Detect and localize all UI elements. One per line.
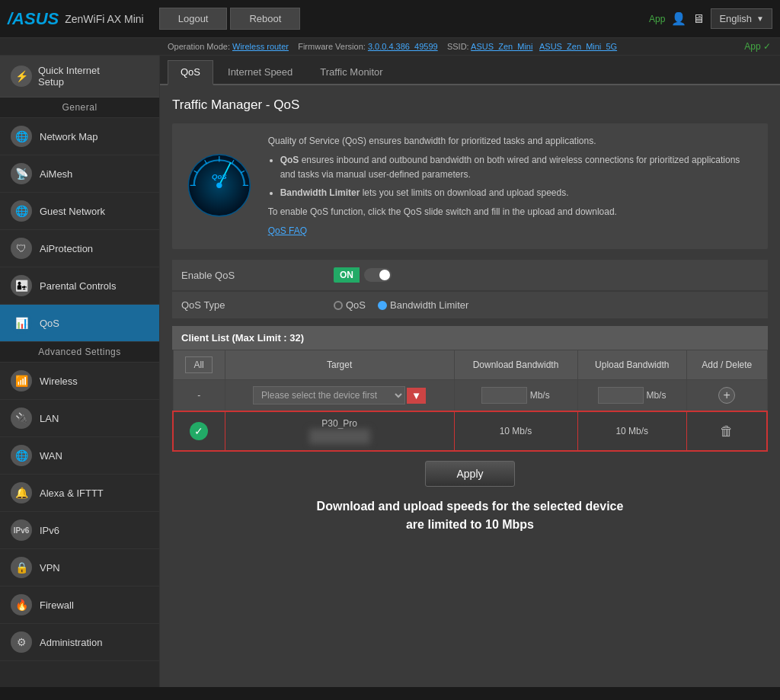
svg-text:QoS: QoS	[212, 172, 227, 181]
sidebar-item-lan[interactable]: 🔌 LAN	[0, 400, 159, 437]
layout: ⚡ Quick InternetSetup General 🌐 Network …	[0, 56, 780, 687]
app-status-icon: App ✓	[744, 41, 771, 52]
data-row-download: 10 Mb/s	[454, 411, 577, 451]
wan-icon: 🌐	[11, 445, 32, 466]
sidebar-label-qos: QoS	[40, 318, 59, 329]
input-row-check: -	[173, 380, 225, 412]
advanced-section-label: Advanced Settings	[0, 342, 159, 363]
lan-icon: 🔌	[11, 408, 32, 429]
upload-mbps-label: Mb/s	[646, 390, 666, 401]
toggle-on-label: ON	[334, 267, 360, 283]
sidebar-item-vpn[interactable]: 🔒 VPN	[0, 549, 159, 587]
sidebar-item-network-map[interactable]: 🌐 Network Map	[0, 118, 159, 155]
bottom-info-text: Download and upload speeds for the selec…	[172, 497, 768, 534]
data-row-delete: 🗑	[687, 411, 768, 451]
sidebar-item-parental-controls[interactable]: 👨‍👧 Parental Controls	[0, 267, 159, 305]
ssid2-link[interactable]: ASUS_Zen_Mini_5G	[539, 42, 617, 51]
radio-qos[interactable]: QoS	[334, 299, 366, 311]
sidebar-item-aimesh[interactable]: 📡 AiMesh	[0, 155, 159, 193]
firmware-link[interactable]: 3.0.0.4.386_49599	[368, 42, 438, 51]
info-icons: App ✓	[744, 41, 771, 52]
user-icon[interactable]: 👤	[671, 11, 686, 26]
ssid-prefix: SSID:	[447, 42, 469, 51]
device-select[interactable]: Please select the device first	[253, 386, 405, 404]
sidebar-item-alexa-ifttt[interactable]: 🔔 Alexa & IFTTT	[0, 475, 159, 512]
logout-button[interactable]: Logout	[159, 8, 228, 30]
col-all: All	[173, 350, 225, 380]
delete-button[interactable]: 🗑	[720, 424, 734, 439]
language-label: English	[719, 13, 752, 24]
download-bandwidth-input[interactable]	[481, 387, 527, 404]
firmware-prefix: Firmware Version:	[298, 42, 366, 51]
client-table: All Target Download Bandwidth Upload Ban…	[172, 350, 768, 452]
guest-network-icon: 🌐	[11, 200, 32, 222]
quick-internet-setup-item[interactable]: ⚡ Quick InternetSetup	[0, 56, 159, 97]
data-row-target: P30_Pro	[225, 411, 454, 451]
table-input-row: - Please select the device first ▼	[173, 380, 767, 412]
parental-controls-icon: 👨‍👧	[11, 275, 32, 296]
input-row-download: Mb/s	[454, 380, 577, 412]
input-row-upload: Mb/s	[577, 380, 686, 412]
sidebar-label-wan: WAN	[40, 450, 62, 462]
sidebar-item-qos[interactable]: 📊 QoS	[0, 305, 159, 342]
sidebar-item-ipv6[interactable]: IPv6 IPv6	[0, 512, 159, 549]
sidebar-item-wan[interactable]: 🌐 WAN	[0, 437, 159, 475]
col-add-delete: Add / Delete	[687, 350, 768, 380]
qos-enable-text: To enable QoS function, click the QoS sl…	[268, 205, 757, 219]
qos-bullet2: Bandwidth Limiter lets you set limits on…	[280, 186, 757, 200]
sidebar-label-network-map: Network Map	[40, 131, 98, 142]
page-title: Traffic Manager - QoS	[172, 97, 768, 113]
all-button[interactable]: All	[185, 356, 212, 373]
col-upload-bandwidth: Upload Bandwidth	[577, 350, 686, 380]
qos-bullet1: QoS ensures inbound and outbound bandwid…	[280, 153, 757, 182]
operation-mode-prefix: Operation Mode:	[168, 42, 230, 51]
sidebar-item-guest-network[interactable]: 🌐 Guest Network	[0, 193, 159, 230]
firewall-icon: 🔥	[11, 594, 32, 615]
reboot-button[interactable]: Reboot	[230, 8, 300, 30]
sidebar-label-wireless: Wireless	[40, 376, 78, 387]
header-right: App 👤 🖥 English ▼	[649, 8, 772, 29]
tab-qos[interactable]: QoS	[168, 60, 213, 85]
select-arrow-button[interactable]: ▼	[407, 388, 426, 404]
sidebar-label-lan: LAN	[40, 413, 59, 424]
chevron-down-icon: ▼	[756, 14, 764, 23]
qos-toggle[interactable]: ON	[334, 267, 392, 283]
sidebar-item-firewall[interactable]: 🔥 Firewall	[0, 587, 159, 624]
qos-faq-link[interactable]: QoS FAQ	[268, 224, 757, 238]
tab-traffic-monitor[interactable]: Traffic Monitor	[307, 60, 395, 84]
radio-qos-label: QoS	[346, 299, 366, 311]
ssid1-link[interactable]: ASUS_Zen_Mini	[471, 42, 532, 51]
col-download-bandwidth: Download Bandwidth	[454, 350, 577, 380]
header: /ASUS ZenWiFi AX Mini Logout Reboot App …	[0, 0, 780, 38]
tab-internet-speed[interactable]: Internet Speed	[215, 60, 305, 84]
upload-bandwidth-input[interactable]	[598, 387, 644, 404]
sidebar-item-aiprotection[interactable]: 🛡 AiProtection	[0, 230, 159, 267]
enable-qos-control: ON	[334, 267, 392, 283]
logo: /ASUS ZenWiFi AX Mini	[8, 9, 144, 29]
radio-bw-dot	[378, 301, 387, 310]
header-nav: Logout Reboot	[159, 8, 649, 30]
col-target: Target	[225, 350, 454, 380]
radio-bandwidth-limiter[interactable]: Bandwidth Limiter	[378, 299, 468, 311]
tabs-bar: QoS Internet Speed Traffic Monitor	[160, 56, 780, 85]
main-content: QoS Internet Speed Traffic Monitor Traff…	[160, 56, 780, 687]
alexa-icon: 🔔	[11, 482, 32, 503]
sidebar-item-administration[interactable]: ⚙ Administration	[0, 624, 159, 661]
aiprotection-icon: 🛡	[11, 238, 32, 259]
device-name: P30_Pro	[233, 418, 446, 429]
apply-button[interactable]: Apply	[425, 461, 514, 487]
download-mbps-label: Mb/s	[530, 390, 550, 401]
sidebar-item-wireless[interactable]: 📶 Wireless	[0, 363, 159, 400]
operation-mode-link[interactable]: Wireless router	[232, 42, 289, 51]
qos-type-control: QoS Bandwidth Limiter	[334, 299, 468, 311]
qos-type-row: QoS Type QoS Bandwidth Limiter	[172, 292, 768, 318]
quick-setup-label: Quick InternetSetup	[38, 65, 100, 88]
input-row-add: +	[687, 380, 768, 412]
toggle-switch[interactable]	[364, 268, 392, 282]
sidebar-label-parental-controls: Parental Controls	[40, 280, 116, 292]
info-text: Operation Mode: Wireless router Firmware…	[168, 42, 617, 51]
monitor-icon[interactable]: 🖥	[692, 12, 705, 26]
app-label: App	[649, 14, 665, 24]
language-selector[interactable]: English ▼	[711, 8, 772, 29]
add-button[interactable]: +	[718, 387, 735, 404]
